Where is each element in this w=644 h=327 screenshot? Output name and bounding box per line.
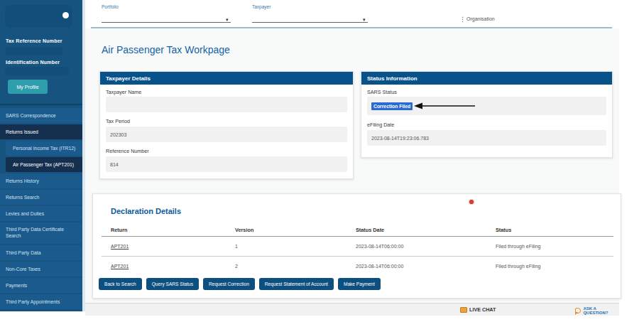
declaration-table-header: Return Version Status Date Status xyxy=(93,224,622,235)
sidebar: Tax Reference Number Identification Numb… xyxy=(0,0,85,311)
tax-period-label: Tax Period xyxy=(106,118,130,124)
sidebar-toggle-dot[interactable] xyxy=(62,12,69,18)
status-cell: Filed through eFiling xyxy=(496,244,622,249)
question-bubble-icon xyxy=(575,308,581,313)
redacted-identification-value xyxy=(5,67,69,75)
sidebar-item-air-passenger-tax[interactable]: Air Passenger Tax (APT201) xyxy=(6,157,82,172)
taxpayer-label: Taxpayer xyxy=(252,4,271,9)
reference-number-label: Reference Number xyxy=(106,148,149,154)
version-cell: 2 xyxy=(235,264,356,269)
status-date-cell: 2023-08-14T06:00:00 xyxy=(356,244,496,249)
status-cell: Filed through eFiling xyxy=(496,264,622,269)
ask-a-question-link[interactable]: ASK A QUESTION? xyxy=(575,306,619,315)
sidebar-item-third-party-data-certificate-search[interactable]: Third Party Data Certificate Search xyxy=(0,223,82,244)
status-information-card: Status Information SARS Status Correctio… xyxy=(361,71,613,158)
status-date-cell: 2023-08-14T06:00:00 xyxy=(356,264,496,269)
column-version: Version xyxy=(235,227,356,233)
live-chat-link[interactable]: LIVE CHAT xyxy=(460,306,496,313)
organisation-label: Organisation xyxy=(466,16,495,21)
version-cell: 1 xyxy=(235,244,356,249)
back-to-search-button[interactable]: Back to Search xyxy=(99,278,142,290)
sidebar-item-returns-history[interactable]: Returns History xyxy=(0,173,82,188)
column-status-date: Status Date xyxy=(356,227,496,233)
tax-period-value: 202303 xyxy=(106,127,347,142)
sars-status-label: SARS Status xyxy=(367,89,397,95)
request-correction-button[interactable]: Request Correction xyxy=(203,278,255,290)
taxpayer-caret-icon[interactable]: ▾ xyxy=(363,17,366,23)
table-row: APT201 2 2023-08-14T06:00:00 Filed throu… xyxy=(93,257,622,275)
sars-status-field: Correction Filed xyxy=(367,97,606,115)
make-payment-button[interactable]: Make Payment xyxy=(338,278,381,290)
declaration-details-card: Declaration Details Return Version Statu… xyxy=(92,193,621,299)
ask-question-label: ASK A QUESTION? xyxy=(583,306,619,315)
sidebar-item-third-party-data[interactable]: Third Party Data xyxy=(0,245,82,260)
request-statement-of-account-button[interactable]: Request Statement of Account xyxy=(259,278,334,290)
column-return: Return xyxy=(111,227,235,233)
status-information-header: Status Information xyxy=(361,72,612,85)
sidebar-item-personal-income-tax[interactable]: Personal Income Tax (ITR12) xyxy=(6,141,82,156)
kebab-separator-icon: ⋮ xyxy=(459,16,466,23)
reference-number-value: 814 xyxy=(106,156,347,172)
sidebar-item-levies-and-duties[interactable]: Levies and Duties xyxy=(0,206,82,221)
taxpayer-name-label: Taxpayer Name xyxy=(106,89,141,95)
identification-number-label: Identification Number xyxy=(6,60,60,65)
efiling-date-label: eFiling Date xyxy=(367,122,394,128)
redacted-tax-reference-value xyxy=(5,47,63,55)
annotation-arrow xyxy=(414,102,476,109)
topbar: Portfolio ▾ Taxpayer ▾ ⋮ Organisation xyxy=(85,0,644,28)
sidebar-item-non-core-taxes[interactable]: Non-Core Taxes xyxy=(0,262,82,277)
taxpayer-details-header: Taxpayer Details xyxy=(100,72,353,85)
query-sars-status-button[interactable]: Query SARS Status xyxy=(146,278,199,290)
page-title: Air Passenger Tax Workpage xyxy=(102,44,230,55)
declaration-details-title: Declaration Details xyxy=(111,207,181,215)
column-status: Status xyxy=(496,227,622,233)
sidebar-item-third-party-appointments[interactable]: Third Party Appointments xyxy=(0,294,82,309)
taxpayer-details-card: Taxpayer Details Taxpayer Name Tax Perio… xyxy=(99,71,354,179)
portfolio-caret-icon[interactable]: ▾ xyxy=(226,17,229,23)
sidebar-menu: SARS Correspondence Returns Issued Perso… xyxy=(0,108,82,311)
sidebar-item-returns-search[interactable]: Returns Search xyxy=(0,190,82,205)
efiling-date-value: 2023-08-14T19:23:06.783 xyxy=(367,130,606,146)
annotation-red-dot xyxy=(469,200,474,204)
taxpayer-dropdown[interactable] xyxy=(252,22,368,23)
sidebar-item-sars-correspondence[interactable]: SARS Correspondence xyxy=(0,108,82,123)
live-chat-label: LIVE CHAT xyxy=(469,306,496,313)
return-link-apt201-v1[interactable]: APT201 xyxy=(111,244,129,249)
table-row: APT201 1 2023-08-14T06:00:00 Filed throu… xyxy=(93,237,622,255)
footer-bar: LIVE CHAT ASK A QUESTION? xyxy=(85,303,619,316)
tax-reference-number-label: Tax Reference Number xyxy=(6,38,62,43)
sidebar-divider xyxy=(0,104,82,105)
portfolio-label: Portfolio xyxy=(102,4,119,9)
my-profile-button[interactable]: My Profile xyxy=(8,80,48,94)
sidebar-item-payments[interactable]: Payments xyxy=(0,278,82,293)
sidebar-item-returns-issued[interactable]: Returns Issued xyxy=(0,124,82,139)
topbar-rule xyxy=(91,27,612,28)
sars-status-value: Correction Filed xyxy=(371,102,413,110)
portfolio-dropdown[interactable] xyxy=(102,22,231,23)
return-link-apt201-v2[interactable]: APT201 xyxy=(111,264,129,269)
action-button-row: Back to Search Query SARS Status Request… xyxy=(99,278,381,290)
chat-icon xyxy=(460,307,467,313)
taxpayer-name-value xyxy=(106,97,347,112)
